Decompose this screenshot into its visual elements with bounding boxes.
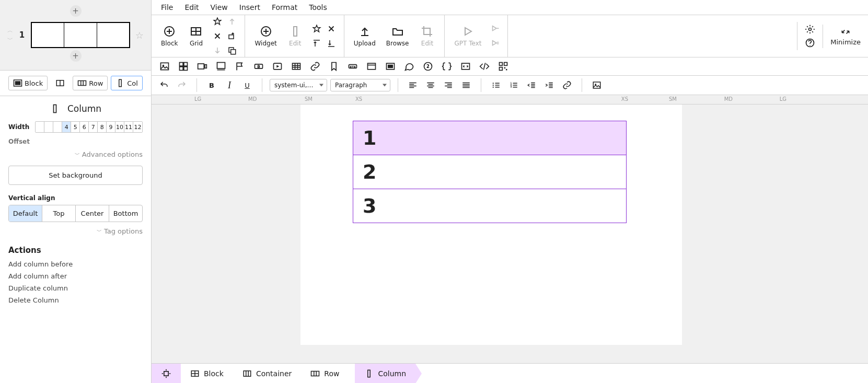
crumb-row[interactable]: Row	[301, 364, 349, 383]
width-option[interactable]	[44, 122, 53, 132]
ul-button[interactable]	[489, 78, 503, 92]
crumb-root[interactable]	[152, 364, 181, 383]
action-link[interactable]: Add column after	[8, 272, 143, 280]
outdent-button[interactable]	[524, 78, 539, 92]
star-button[interactable]	[211, 15, 224, 28]
width-option[interactable]: 9	[107, 122, 115, 132]
indent-button[interactable]	[542, 78, 557, 92]
canvas[interactable]: 1 2 3	[300, 105, 682, 345]
valign-option[interactable]: Bottom	[109, 205, 142, 222]
remove-button[interactable]	[211, 30, 224, 42]
block-thumbnail[interactable]	[31, 22, 130, 48]
insert-image-button[interactable]	[589, 78, 604, 92]
width-picker[interactable]: 456789101112	[35, 121, 143, 133]
chevron-up-icon[interactable]: ︿	[7, 27, 13, 34]
edit-widget-button[interactable]: Edit	[282, 23, 308, 49]
crumb-column[interactable]: Column	[355, 364, 415, 383]
comment-button[interactable]	[403, 61, 415, 72]
qr-button[interactable]	[497, 61, 509, 72]
undo-button[interactable]	[157, 78, 171, 92]
save-template-button[interactable]	[226, 30, 238, 42]
menu-file[interactable]: File	[161, 3, 173, 11]
action-link[interactable]: Delete Column	[8, 296, 143, 304]
gpt-opt1[interactable]	[489, 22, 501, 35]
tag-options-toggle[interactable]: ﹀ Tag options	[8, 227, 143, 235]
format-top-button[interactable]	[310, 37, 323, 50]
italic-button[interactable]: I	[222, 78, 237, 92]
video-button[interactable]	[272, 61, 283, 72]
insert-link-button[interactable]	[560, 78, 574, 92]
figure-button[interactable]	[215, 61, 227, 72]
width-option[interactable]: 12	[133, 122, 142, 132]
width-option[interactable]: 6	[80, 122, 89, 132]
embed-button[interactable]	[460, 61, 471, 72]
tab-grid[interactable]	[51, 76, 70, 90]
valign-segmented[interactable]: DefaultTopCenterBottom	[8, 205, 143, 222]
width-option[interactable]: 11	[124, 122, 133, 132]
remove-widget-button[interactable]	[325, 22, 338, 35]
width-option[interactable]: 8	[98, 122, 107, 132]
align-left-button[interactable]	[406, 78, 420, 92]
valign-option[interactable]: Default	[9, 205, 42, 222]
image-button[interactable]	[159, 61, 170, 72]
crumb-container[interactable]: Container	[233, 364, 301, 383]
star-icon[interactable]: ☆	[135, 30, 144, 41]
grid-button[interactable]: Grid	[183, 23, 209, 49]
font-family-select[interactable]: system-ui,-ap...	[270, 79, 327, 91]
badge-button[interactable]: BTN	[347, 61, 358, 72]
redo-button[interactable]	[175, 78, 189, 92]
format-bottom-button[interactable]	[325, 37, 338, 50]
panel-button[interactable]	[385, 61, 396, 72]
browse-button[interactable]: Browse	[381, 23, 414, 49]
add-block-button[interactable]: Block	[156, 23, 183, 49]
gpt-text-button[interactable]: GPT Text	[449, 23, 487, 49]
ol-button[interactable]: 123	[506, 78, 521, 92]
move-down-button[interactable]	[211, 44, 224, 57]
gallery-button[interactable]	[178, 61, 189, 72]
tab-block[interactable]: Block	[8, 76, 48, 90]
action-link[interactable]: Add column before	[8, 260, 143, 268]
code-button[interactable]	[441, 61, 453, 72]
action-link[interactable]: Duplicate column	[8, 284, 143, 292]
block-reorder-arrows[interactable]: ︿ ﹀	[7, 27, 13, 43]
add-widget-button[interactable]: Widget	[249, 23, 282, 49]
paragraph-select[interactable]: Paragraph	[330, 79, 390, 91]
upload-button[interactable]: Upload	[349, 23, 381, 49]
card-button[interactable]	[366, 61, 377, 72]
menu-tools[interactable]: Tools	[309, 3, 327, 11]
set-background-button[interactable]: Set background	[8, 166, 143, 185]
slider-button[interactable]	[196, 61, 208, 72]
align-center-button[interactable]	[423, 78, 438, 92]
add-block-above-button[interactable]: +	[70, 5, 82, 17]
valign-option[interactable]: Top	[42, 205, 76, 222]
tab-row[interactable]: Row	[73, 76, 108, 90]
button-widget[interactable]: B	[253, 61, 264, 72]
block-row[interactable]: 1	[353, 121, 626, 155]
width-option[interactable]: 4	[62, 122, 71, 132]
chevron-down-icon[interactable]: ﹀	[7, 36, 13, 43]
counter-button[interactable]: 2	[422, 61, 434, 72]
width-option[interactable]: 5	[71, 122, 80, 132]
valign-option[interactable]: Center	[76, 205, 109, 222]
block-row[interactable]: 3	[353, 189, 626, 223]
bookmark-button[interactable]	[328, 61, 340, 72]
canvas-area[interactable]: 1 2 3	[152, 105, 868, 363]
edit-image-button[interactable]: Edit	[414, 23, 440, 49]
tab-col[interactable]: Col	[111, 76, 143, 90]
underline-button[interactable]: U	[240, 78, 254, 92]
crumb-block[interactable]: Block	[181, 364, 233, 383]
width-option[interactable]	[53, 122, 62, 132]
add-block-below-button[interactable]: +	[70, 50, 82, 62]
width-option[interactable]	[36, 122, 44, 132]
star-widget-button[interactable]	[310, 22, 323, 35]
width-option[interactable]: 7	[89, 122, 98, 132]
menu-edit[interactable]: Edit	[184, 3, 199, 11]
menu-insert[interactable]: Insert	[239, 3, 260, 11]
menu-format[interactable]: Format	[272, 3, 297, 11]
content-block[interactable]: 1 2 3	[353, 121, 627, 223]
settings-button[interactable]	[797, 22, 823, 50]
advanced-options-toggle[interactable]: ﹀ Advanced options	[8, 150, 143, 158]
menu-view[interactable]: View	[211, 3, 228, 11]
duplicate-button[interactable]	[226, 44, 238, 57]
width-option[interactable]: 10	[115, 122, 124, 132]
